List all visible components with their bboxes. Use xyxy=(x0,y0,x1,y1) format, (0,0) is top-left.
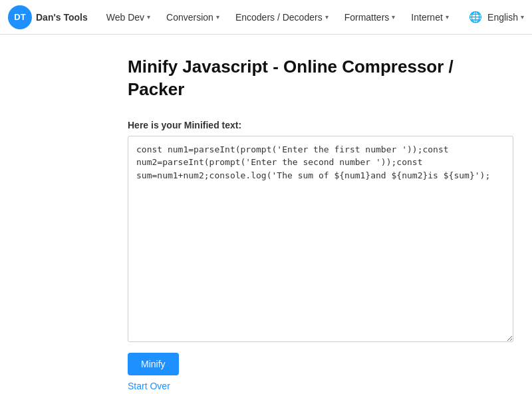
chevron-down-icon: ▾ xyxy=(216,13,219,21)
minified-output-textarea[interactable] xyxy=(128,136,513,342)
main-content: Minify Javascript - Online Compressor / … xyxy=(0,35,532,394)
button-row: Minify Start Over xyxy=(128,353,500,394)
chevron-down-icon: ▾ xyxy=(147,13,150,21)
output-label: Here is your Minified text: xyxy=(128,120,500,130)
navbar: DT Dan's Tools Web Dev ▾ Conversion ▾ En… xyxy=(0,0,532,35)
nav-right: 🌐 English ▾ xyxy=(469,11,524,23)
chevron-down-icon: ▾ xyxy=(446,13,449,21)
nav-items: Web Dev ▾ Conversion ▾ Encoders / Decode… xyxy=(98,0,469,35)
chevron-down-icon: ▾ xyxy=(325,13,329,21)
minify-button[interactable]: Minify xyxy=(128,353,179,375)
nav-item-encoders[interactable]: Encoders / Decoders ▾ xyxy=(227,0,336,35)
start-over-link[interactable]: Start Over xyxy=(128,381,170,391)
logo-icon: DT xyxy=(8,5,32,29)
nav-item-internet[interactable]: Internet ▾ xyxy=(403,0,456,35)
nav-item-formatters[interactable]: Formatters ▾ xyxy=(336,0,404,35)
language-selector[interactable]: English ▾ xyxy=(487,12,524,23)
page-title: Minify Javascript - Online Compressor / … xyxy=(128,56,500,101)
chevron-down-icon: ▾ xyxy=(392,13,395,21)
nav-item-webdev[interactable]: Web Dev ▾ xyxy=(98,0,158,35)
globe-icon: 🌐 xyxy=(469,11,482,23)
chevron-down-icon: ▾ xyxy=(521,13,524,21)
nav-item-conversion[interactable]: Conversion ▾ xyxy=(158,0,227,35)
brand-name: Dan's Tools xyxy=(36,12,88,23)
